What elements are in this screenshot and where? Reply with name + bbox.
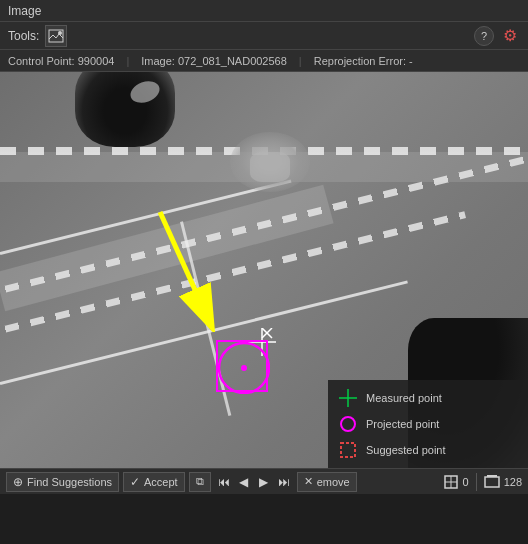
control-point-info: Control Point: 990004	[8, 55, 114, 67]
projected-point-icon	[338, 414, 358, 434]
last-button[interactable]: ⏭	[275, 473, 293, 491]
find-suggestions-button[interactable]: ⊕ Find Suggestions	[6, 472, 119, 492]
image-count: 128	[484, 474, 522, 490]
suggested-point-label: Suggested point	[366, 444, 446, 456]
remove-icon: ✕	[304, 475, 313, 488]
svg-line-3	[160, 212, 205, 312]
svg-rect-18	[487, 475, 497, 477]
measured-point-icon	[338, 388, 358, 408]
boundary-icon	[443, 474, 459, 490]
remove-button[interactable]: ✕ emove	[297, 472, 357, 492]
measured-point-label: Measured point	[366, 392, 442, 404]
yellow-arrow	[120, 202, 240, 332]
accept-label: Accept	[144, 476, 178, 488]
reprojection-error-info: Reprojection Error: -	[314, 55, 413, 67]
status-right: 0 128	[443, 473, 522, 491]
prev-button[interactable]: ◀	[235, 473, 253, 491]
svg-point-9	[241, 365, 247, 371]
image-info: Image: 072_081_NAD002568	[141, 55, 287, 67]
navigation-controls: ⏮ ◀ ▶ ⏭	[215, 473, 293, 491]
projected-point-label: Projected point	[366, 418, 439, 430]
accept-button[interactable]: ✓ Accept	[123, 472, 185, 492]
svg-point-1	[58, 31, 62, 35]
svg-rect-17	[485, 477, 499, 487]
image-tool-button[interactable]	[45, 25, 67, 47]
remove-label: emove	[317, 476, 350, 488]
image-count-value: 128	[504, 476, 522, 488]
legend: Measured point Projected point Suggested…	[328, 380, 528, 468]
copy-button[interactable]: ⧉	[189, 472, 211, 492]
magenta-projected-circle	[216, 340, 268, 392]
svg-rect-13	[341, 443, 355, 457]
help-button[interactable]: ?	[474, 26, 494, 46]
legend-item-measured: Measured point	[338, 388, 518, 408]
suggested-point-icon	[338, 440, 358, 460]
boundary-count: 0	[443, 474, 469, 490]
info-bar: Control Point: 990004 | Image: 072_081_N…	[0, 50, 528, 72]
accept-icon: ✓	[130, 475, 140, 489]
boundary-count-value: 0	[463, 476, 469, 488]
first-button[interactable]: ⏮	[215, 473, 233, 491]
svg-point-12	[341, 417, 355, 431]
toolbar: Tools: ? ⚙	[0, 22, 528, 50]
image-count-icon	[484, 474, 500, 490]
image-area[interactable]: Measured point Projected point Suggested…	[0, 72, 528, 468]
status-bar: ⊕ Find Suggestions ✓ Accept ⧉ ⏮ ◀ ▶ ⏭ ✕ …	[0, 468, 528, 494]
tools-label: Tools:	[8, 29, 39, 43]
settings-button[interactable]: ⚙	[500, 26, 520, 46]
next-button[interactable]: ▶	[255, 473, 273, 491]
legend-item-projected: Projected point	[338, 414, 518, 434]
legend-item-suggested: Suggested point	[338, 440, 518, 460]
title-bar-text: Image	[8, 4, 41, 18]
title-bar: Image	[0, 0, 528, 22]
find-suggestions-label: Find Suggestions	[27, 476, 112, 488]
copy-icon: ⧉	[196, 475, 204, 488]
find-suggestions-icon: ⊕	[13, 475, 23, 489]
